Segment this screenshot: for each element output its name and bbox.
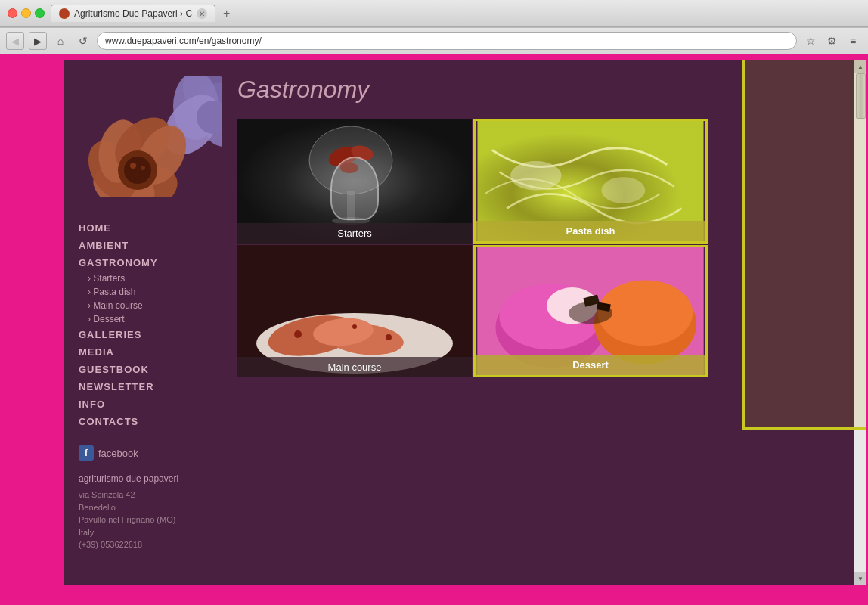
new-tab-button[interactable]: + — [219, 5, 234, 22]
maximize-button[interactable] — [35, 8, 45, 18]
home-button[interactable]: ⌂ — [51, 32, 70, 50]
dessert-label: Dessert — [476, 355, 705, 375]
photo-grid: Starters — [237, 119, 851, 377]
logo-svg — [79, 76, 222, 197]
phone: (+39) 053622618 — [79, 538, 230, 551]
svg-point-27 — [601, 177, 645, 203]
main-course-cell[interactable]: Main course — [237, 245, 472, 377]
dessert-cell[interactable]: Dessert — [473, 245, 708, 377]
nav-newsletter[interactable]: NEWSLETTER — [79, 378, 230, 396]
address-line4: Italy — [79, 526, 230, 539]
svg-point-14 — [130, 163, 136, 169]
svg-point-13 — [124, 157, 151, 184]
nav-galleries[interactable]: GALLERIES — [79, 326, 230, 343]
nav-gastronomy[interactable]: GASTRONOMY — [79, 254, 230, 271]
minimize-button[interactable] — [21, 8, 31, 18]
svg-point-34 — [386, 334, 392, 340]
starters-cell[interactable]: Starters — [237, 119, 472, 244]
logo-area — [79, 76, 230, 204]
toolbar-icons: ☆ ⚙ ≡ — [801, 32, 862, 50]
svg-rect-19 — [347, 191, 355, 221]
main-content: Gastronomy — [230, 60, 866, 585]
site-name: agriturismo due papaveri — [79, 472, 230, 486]
nav-ambient[interactable]: AMBIENT — [79, 237, 230, 254]
facebook-icon: f — [79, 445, 94, 461]
tab-title: Agriturismo Due Papaveri › C — [74, 8, 192, 19]
address-line1: via Spinzola 42 — [79, 489, 230, 501]
forward-button[interactable]: ▶ — [29, 32, 47, 50]
nav-info[interactable]: INFO — [79, 396, 230, 413]
title-bar: Agriturismo Due Papaveri › C ✕ + — [0, 0, 868, 27]
svg-point-44 — [569, 302, 612, 324]
scrollbar: ▲ ▼ — [854, 60, 866, 585]
nav-section: HOME AMBIENT GASTRONOMY Starters Pasta d… — [79, 219, 230, 430]
svg-point-26 — [510, 161, 561, 191]
sidebar: HOME AMBIENT GASTRONOMY Starters Pasta d… — [64, 60, 230, 585]
nav-pasta[interactable]: Pasta dish — [79, 285, 230, 299]
svg-point-18 — [309, 126, 392, 194]
browser-window: Agriturismo Due Papaveri › C ✕ + ◀ ▶ ⌂ ↺… — [0, 0, 868, 54]
more-icon[interactable]: ≡ — [844, 32, 862, 50]
starters-label: Starters — [237, 223, 472, 244]
nav-guestbook[interactable]: GUESTBOOK — [79, 361, 230, 378]
webpage: HOME AMBIENT GASTRONOMY Starters Pasta d… — [64, 60, 866, 585]
nav-starters[interactable]: Starters — [79, 271, 230, 285]
extensions-icon[interactable]: ⚙ — [823, 32, 841, 50]
svg-point-33 — [294, 330, 302, 338]
traffic-lights — [8, 8, 45, 18]
address-bar-row: ◀ ▶ ⌂ ↺ ☆ ⚙ ≡ — [0, 27, 868, 54]
scroll-thumb[interactable] — [856, 73, 866, 119]
main-course-label: Main course — [237, 357, 472, 377]
close-button[interactable] — [8, 8, 17, 18]
address-input[interactable] — [97, 32, 797, 50]
tab-close-button[interactable]: ✕ — [197, 8, 207, 19]
nav-home[interactable]: HOME — [79, 219, 230, 237]
refresh-button[interactable]: ↺ — [74, 32, 92, 50]
facebook-link[interactable]: f facebook — [79, 445, 230, 461]
nav-contacts[interactable]: CONTACTS — [79, 413, 230, 430]
facebook-label: facebook — [98, 448, 138, 459]
svg-point-15 — [141, 166, 145, 170]
pasta-cell[interactable]: Pasta dish — [473, 119, 708, 244]
address-line3: Pavullo nel Frignano (MO) — [79, 513, 230, 526]
tab-favicon — [59, 8, 70, 19]
bookmark-icon[interactable]: ☆ — [801, 32, 820, 50]
site-logo — [79, 76, 222, 197]
scroll-track[interactable] — [854, 73, 866, 572]
address-line2: Benedello — [79, 501, 230, 514]
browser-tab[interactable]: Agriturismo Due Papaveri › C ✕ — [51, 5, 215, 22]
svg-point-23 — [340, 163, 358, 173]
scroll-up-button[interactable]: ▲ — [854, 60, 866, 73]
svg-point-35 — [352, 324, 357, 329]
pasta-label: Pasta dish — [476, 221, 705, 241]
nav-main-course[interactable]: Main course — [79, 299, 230, 312]
site-info: agriturismo due papaveri via Spinzola 42… — [79, 472, 230, 551]
back-button[interactable]: ◀ — [6, 32, 24, 50]
page-title: Gastronomy — [237, 76, 851, 104]
scroll-down-button[interactable]: ▼ — [854, 572, 866, 585]
nav-media[interactable]: MEDIA — [79, 343, 230, 361]
nav-dessert[interactable]: Dessert — [79, 312, 230, 326]
